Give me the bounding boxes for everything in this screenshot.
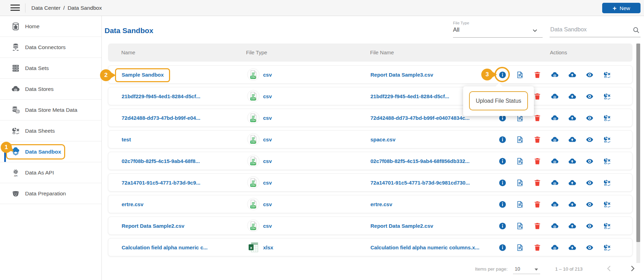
cloud-data-icon[interactable] bbox=[551, 157, 559, 165]
file-name-link[interactable]: 02c7f08b-82f5-4c15-9ab4-68f856db332... bbox=[370, 152, 469, 170]
cloud-upload-icon[interactable] bbox=[568, 135, 576, 144]
file-name-link[interactable]: 21bdf229-f945-4ed1-8284-d5cf... bbox=[370, 87, 449, 105]
row-name-link[interactable]: ertre.csv bbox=[122, 195, 144, 213]
row-name-link[interactable]: test bbox=[122, 131, 131, 148]
sidebar-item-data-sets[interactable]: Data Sets bbox=[0, 58, 101, 79]
sidebar-item-data-preparation[interactable]: Data Preparation bbox=[0, 183, 101, 204]
row-name-link[interactable]: Calculation field alpha numeric c... bbox=[122, 239, 208, 256]
next-page-button[interactable] bbox=[629, 265, 636, 272]
file-name-link[interactable]: Calculation field alpha numeric columns.… bbox=[370, 239, 480, 256]
breadcrumb-item-data-center[interactable]: Data Center bbox=[31, 5, 61, 11]
info-icon[interactable] bbox=[498, 135, 507, 144]
view-icon[interactable] bbox=[585, 157, 594, 165]
info-icon[interactable] bbox=[498, 222, 507, 230]
file-type-label[interactable]: csv bbox=[263, 174, 272, 191]
cloud-data-icon[interactable] bbox=[551, 114, 559, 122]
data-sheet-icon[interactable] bbox=[603, 92, 611, 101]
row-name-link[interactable]: Report Data Sample2.csv bbox=[122, 217, 184, 234]
info-icon[interactable] bbox=[498, 179, 507, 187]
info-icon[interactable] bbox=[498, 200, 507, 209]
file-name-link[interactable]: Report Data Sample3.csv bbox=[370, 66, 433, 83]
cloud-data-icon[interactable] bbox=[551, 243, 559, 252]
file-type-select[interactable]: File Type All bbox=[453, 20, 543, 38]
sidebar-item-data-sandbox[interactable]: Data Sandbox bbox=[0, 141, 101, 162]
cloud-data-icon[interactable] bbox=[551, 222, 559, 230]
cloud-data-icon[interactable] bbox=[551, 179, 559, 187]
view-icon[interactable] bbox=[585, 135, 594, 144]
scrollbar-thumb[interactable] bbox=[636, 44, 640, 242]
cloud-upload-icon[interactable] bbox=[568, 243, 576, 252]
data-sheet-icon[interactable] bbox=[603, 200, 611, 209]
row-name-link[interactable]: 72d42488-dd73-47bd-b99f-e04... bbox=[122, 109, 200, 126]
view-icon[interactable] bbox=[585, 243, 594, 252]
scrollbar-track[interactable] bbox=[636, 44, 640, 263]
cloud-upload-icon[interactable] bbox=[568, 114, 576, 122]
search-icon[interactable] bbox=[632, 26, 640, 34]
breadcrumb-item-data-sandbox[interactable]: Data Sandbox bbox=[68, 5, 102, 11]
cloud-upload-icon[interactable] bbox=[568, 71, 576, 79]
row-name-link[interactable]: 02c7f08b-82f5-4c15-9ab4-68f8... bbox=[122, 152, 200, 170]
data-sheet-icon[interactable] bbox=[603, 243, 611, 252]
search-input[interactable] bbox=[550, 26, 629, 33]
file-type-label[interactable]: xlsx bbox=[263, 239, 273, 256]
file-type-label[interactable]: csv bbox=[263, 152, 272, 170]
file-name-link[interactable]: 72a14701-91c5-4771-b73d-9c981cd730... bbox=[370, 174, 470, 191]
data-sheet-icon[interactable] bbox=[603, 157, 611, 165]
sidebar-item-data-connectors[interactable]: Data Connectors bbox=[0, 37, 101, 58]
delete-icon[interactable] bbox=[533, 200, 542, 209]
delete-icon[interactable] bbox=[533, 243, 542, 252]
data-sheet-icon[interactable] bbox=[603, 179, 611, 187]
cloud-data-icon[interactable] bbox=[551, 92, 559, 101]
previous-page-button[interactable] bbox=[605, 265, 613, 272]
view-icon[interactable] bbox=[585, 200, 594, 209]
info-icon[interactable] bbox=[498, 157, 507, 165]
file-type-label[interactable]: csv bbox=[263, 87, 272, 105]
delete-icon[interactable] bbox=[533, 71, 542, 79]
delete-icon[interactable] bbox=[533, 157, 542, 165]
file-name-link[interactable]: 72d42488-dd73-47bd-b99f-e04074834c... bbox=[370, 109, 469, 126]
row-name-link[interactable]: 21bdf229-f945-4ed1-8284-d5cf... bbox=[122, 87, 200, 105]
items-per-page-select[interactable]: 10 bbox=[513, 265, 540, 274]
view-icon[interactable] bbox=[585, 179, 594, 187]
data-sheet-icon[interactable] bbox=[603, 71, 611, 79]
file-type-label[interactable]: csv bbox=[263, 131, 272, 148]
file-filter-icon[interactable] bbox=[516, 243, 524, 252]
delete-icon[interactable] bbox=[533, 135, 542, 144]
new-button[interactable]: + New bbox=[602, 3, 641, 13]
file-type-label[interactable]: csv bbox=[263, 109, 272, 126]
cloud-data-icon[interactable] bbox=[551, 135, 559, 144]
view-icon[interactable] bbox=[585, 92, 594, 101]
file-type-label[interactable]: csv bbox=[263, 217, 272, 234]
sidebar-item-data-stores[interactable]: Data Stores bbox=[0, 79, 101, 100]
sidebar-item-data-sheets[interactable]: Data Sheets bbox=[0, 120, 101, 141]
data-sheet-icon[interactable] bbox=[603, 222, 611, 230]
cloud-upload-icon[interactable] bbox=[568, 179, 576, 187]
cloud-upload-icon[interactable] bbox=[568, 92, 576, 101]
file-name-link[interactable]: Report Data Sample2.csv bbox=[370, 217, 433, 234]
file-name-link[interactable]: space.csv bbox=[370, 131, 396, 148]
row-name-link[interactable]: 72a14701-91c5-4771-b73d-9c9... bbox=[122, 174, 200, 191]
data-sheet-icon[interactable] bbox=[603, 135, 611, 144]
cloud-data-icon[interactable] bbox=[551, 71, 559, 79]
delete-icon[interactable] bbox=[533, 92, 542, 101]
info-icon[interactable] bbox=[498, 243, 507, 252]
file-filter-icon[interactable] bbox=[516, 179, 524, 187]
view-icon[interactable] bbox=[585, 222, 594, 230]
file-filter-icon[interactable] bbox=[516, 222, 524, 230]
sidebar-item-data-store-meta-data[interactable]: </>Data Store Meta Data bbox=[0, 100, 101, 120]
cloud-upload-icon[interactable] bbox=[568, 222, 576, 230]
file-type-label[interactable]: csv bbox=[263, 195, 272, 213]
cloud-data-icon[interactable] bbox=[551, 200, 559, 209]
delete-icon[interactable] bbox=[533, 114, 542, 122]
file-name-link[interactable]: ertre.csv bbox=[370, 195, 392, 213]
view-icon[interactable] bbox=[585, 71, 594, 79]
cloud-upload-icon[interactable] bbox=[568, 200, 576, 209]
file-type-label[interactable]: csv bbox=[263, 66, 272, 83]
cloud-upload-icon[interactable] bbox=[568, 157, 576, 165]
file-filter-icon[interactable] bbox=[516, 157, 524, 165]
delete-icon[interactable] bbox=[533, 179, 542, 187]
view-icon[interactable] bbox=[585, 114, 594, 122]
file-filter-icon[interactable] bbox=[516, 200, 524, 209]
sidebar-item-data-as-api[interactable]: APIData As API bbox=[0, 162, 101, 183]
data-sheet-icon[interactable] bbox=[603, 114, 611, 122]
